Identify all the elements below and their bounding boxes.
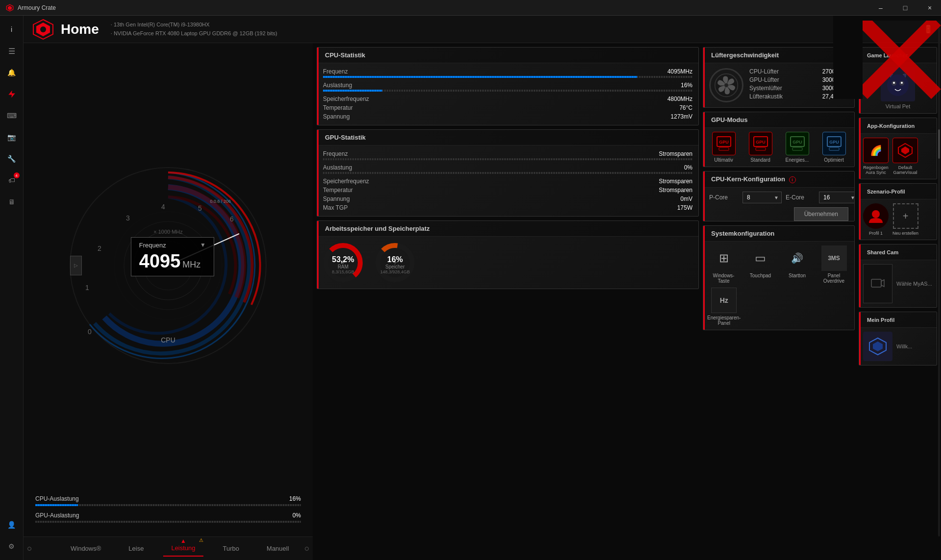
scenario-profile-new[interactable]: + Neu erstellen bbox=[892, 203, 918, 236]
gamevisual-icon bbox=[892, 138, 918, 163]
sys-fan-label: Systemlüfter bbox=[749, 85, 818, 92]
sidebar-item-tools[interactable]: 🔧 bbox=[2, 149, 22, 169]
svg-text:4: 4 bbox=[161, 203, 165, 211]
gpu-mode-standard[interactable]: GPU Standard bbox=[744, 132, 777, 163]
p-core-label: P-Core bbox=[709, 194, 739, 201]
gpu-freq-value: Stromsparen bbox=[659, 150, 693, 157]
storage-donut: + 16% Speicher 148,3/928,4GB bbox=[373, 241, 417, 285]
tab-leistung[interactable]: ▲ Leistung ⚠ bbox=[163, 540, 203, 557]
memory-title: Arbeitsspeicher und Speicherplatz bbox=[325, 225, 430, 232]
cpu-ausl-bar bbox=[323, 90, 693, 92]
storage-detail: 148,3/928,4GB bbox=[380, 269, 410, 274]
svg-text:× 1000 MHz: × 1000 MHz bbox=[153, 229, 183, 235]
sys-config-windows-taste[interactable]: ⊞ Windows-Taste bbox=[707, 245, 740, 284]
fan-speed-header: Lüftergeschwindigkeit bbox=[703, 48, 854, 63]
svg-text:GPU: GPU bbox=[792, 140, 802, 145]
app-config-gamevisual[interactable]: DefaultGameVisual bbox=[892, 138, 918, 175]
sidebar: i ☰ 🔔 ⌨ 📷 🔧 🏷 4 🖥 👤 bbox=[0, 16, 24, 560]
cpu-auslastung-value: 16% bbox=[289, 495, 301, 502]
center-column: CPU-Statistik Frequenz 4095MHz Aus bbox=[317, 47, 699, 556]
cpu-freq-bar bbox=[323, 76, 693, 78]
apply-button[interactable]: Übernehmen bbox=[794, 207, 848, 221]
shared-cam-header: Shared Cam bbox=[859, 244, 937, 260]
sidebar-item-camera[interactable]: 📷 bbox=[2, 127, 22, 147]
minimize-button[interactable]: – bbox=[869, 0, 892, 16]
gpu-temp-value: Stromsparen bbox=[659, 187, 693, 194]
gamevisual-label: DefaultGameVisual bbox=[893, 165, 917, 175]
energy-saving-item[interactable]: Hz Energiesparen-Panel bbox=[707, 288, 741, 326]
aura-sync-icon: 🌈 bbox=[863, 138, 889, 163]
left-gauge-button[interactable]: ▷ bbox=[70, 256, 82, 275]
sys-config-startton[interactable]: 🔊 Startton bbox=[781, 245, 814, 284]
cpu-ausl-value: 16% bbox=[681, 82, 693, 89]
gpu-temp-label: Temperatur bbox=[323, 187, 655, 194]
cam-text: Wähle MyAS... bbox=[896, 281, 932, 287]
memory-panel: Arbeitsspeicher und Speicherplatz + bbox=[317, 220, 699, 289]
gpu-stats-panel: GPU-Statistik Frequenz Stromsparen bbox=[317, 129, 699, 217]
app-config-panel: App-Konfiguration 🌈 RegenbogenAura Sync bbox=[859, 118, 937, 179]
ultimativ-icon: GPU bbox=[712, 132, 736, 155]
left-panel: 0 1 2 3 4 5 6 bbox=[24, 43, 313, 560]
new-label: Neu erstellen bbox=[892, 231, 918, 236]
right-scrollbar[interactable] bbox=[938, 43, 940, 536]
bottom-stats: CPU-Auslastung 16% GPU-Auslastung 0% bbox=[24, 487, 313, 536]
virtual-pet-area: Virtual Pet bbox=[859, 63, 937, 113]
cpu-fan-value: 2700RPM bbox=[822, 68, 848, 75]
bottom-tabs: Windows® Leise ▲ Leistung ⚠ Turbo Manuel bbox=[24, 536, 313, 560]
cpu-fan-label: CPU-Lüfter bbox=[749, 68, 818, 75]
scenario-profile-items: Profil 1 + Neu erstellen bbox=[859, 199, 937, 240]
right-column: Lüftergeschwindigkeit bbox=[703, 47, 855, 556]
titlebar: Armoury Crate – □ × bbox=[0, 0, 941, 16]
app-config-aura-sync[interactable]: 🌈 RegenbogenAura Sync bbox=[863, 138, 889, 175]
sidebar-item-settings[interactable]: ⚙ bbox=[2, 536, 22, 556]
e-core-select[interactable]: 16 8 12 bbox=[819, 192, 855, 203]
tab-windows[interactable]: Windows® bbox=[63, 541, 109, 556]
sidebar-item-menu[interactable]: ☰ bbox=[2, 41, 22, 61]
scenario-profile-header: Szenario-Profil bbox=[859, 184, 937, 199]
scenario-profile-1[interactable]: Profil 1 bbox=[863, 203, 889, 236]
gpu-mode-energies[interactable]: GPU Energies... bbox=[781, 132, 814, 163]
gpu-mode-optimiert[interactable]: GPU Optimiert bbox=[817, 132, 850, 163]
profile-1-icon bbox=[863, 203, 889, 229]
p-core-select[interactable]: 8 4 6 bbox=[743, 192, 782, 203]
p-core-select-wrapper: 8 4 6 ▼ bbox=[743, 192, 782, 203]
close-button[interactable]: × bbox=[918, 0, 941, 16]
tab-leise[interactable]: Leise bbox=[121, 541, 151, 556]
svg-point-29 bbox=[724, 83, 728, 87]
optimiert-icon: GPU bbox=[822, 132, 846, 155]
shared-cam-area: Wähle MyAS... bbox=[859, 260, 937, 307]
panel-overdrive-label: Panel Overdrive bbox=[817, 273, 850, 284]
windows-taste-icon: ⊞ bbox=[711, 245, 737, 271]
svg-text:2: 2 bbox=[98, 244, 101, 252]
cpu-kern-title: CPU-Kern-Konfiguration bbox=[711, 175, 785, 183]
gpu-mode-ultimativ[interactable]: GPU Ultimativ bbox=[707, 132, 740, 163]
svg-rect-50 bbox=[871, 279, 881, 287]
gauge-value: 4095 bbox=[139, 251, 181, 272]
app-config-items: 🌈 RegenbogenAura Sync bbox=[859, 134, 937, 179]
standard-icon: GPU bbox=[749, 132, 772, 155]
sidebar-item-aura[interactable]: 🔔 bbox=[2, 63, 22, 82]
energies-label: Energies... bbox=[786, 157, 809, 163]
sys-config-panel-overdrive[interactable]: 3MS Panel Overdrive bbox=[817, 245, 850, 284]
tab-manuell[interactable]: Manuell bbox=[259, 541, 297, 556]
panel-overdrive-icon: 3MS bbox=[821, 245, 847, 271]
cpu-stats-header: CPU-Statistik bbox=[317, 48, 698, 63]
svg-text:1: 1 bbox=[85, 284, 89, 292]
sidebar-item-keymap[interactable]: ⌨ bbox=[2, 106, 22, 125]
optimiert-label: Optimiert bbox=[824, 157, 844, 163]
tab-turbo[interactable]: Turbo bbox=[215, 541, 247, 556]
sidebar-item-profile[interactable]: 👤 bbox=[2, 515, 22, 535]
cpu-stats-panel: CPU-Statistik Frequenz 4095MHz Aus bbox=[317, 47, 699, 125]
cpu-temp-label: Temperatur bbox=[323, 104, 675, 111]
sys-config-touchpad[interactable]: ▭ Touchpad bbox=[744, 245, 777, 284]
sidebar-item-tags[interactable]: 🏷 4 bbox=[2, 170, 22, 190]
sidebar-item-gamevisual[interactable] bbox=[2, 84, 22, 104]
ram-detail: 8,3/15,6GB bbox=[332, 269, 354, 274]
my-profile-panel: Mein Profil Willk... bbox=[859, 312, 937, 365]
svg-marker-1 bbox=[8, 6, 12, 10]
scenario-new-btn-icon[interactable]: + bbox=[893, 203, 918, 229]
svg-text:0.0.6 / 206: 0.0.6 / 206 bbox=[210, 199, 231, 204]
sidebar-item-1[interactable]: i bbox=[2, 20, 22, 39]
sidebar-item-display[interactable]: 🖥 bbox=[2, 192, 22, 212]
maximize-button[interactable]: □ bbox=[894, 0, 916, 16]
